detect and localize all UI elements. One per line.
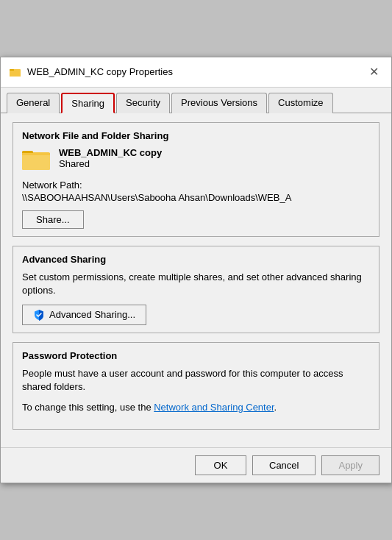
folder-large-icon <box>22 147 51 172</box>
network-sharing-section: Network File and Folder Sharing WEB_ADMI… <box>13 122 379 237</box>
advanced-sharing-section: Advanced Sharing Set custom permissions,… <box>13 246 379 333</box>
dialog-footer: OK Cancel Apply <box>1 447 391 483</box>
advanced-sharing-desc: Set custom permissions, create multiple … <box>22 271 370 297</box>
tab-bar: General Sharing Security Previous Versio… <box>1 88 391 113</box>
svg-rect-4 <box>22 153 50 170</box>
tab-previous-versions[interactable]: Previous Versions <box>171 93 267 113</box>
cancel-button[interactable]: Cancel <box>252 455 316 475</box>
tab-customize[interactable]: Customize <box>268 93 332 113</box>
apply-button[interactable]: Apply <box>321 455 379 475</box>
folder-title-icon <box>10 66 21 78</box>
tab-content: Network File and Folder Sharing WEB_ADMI… <box>1 113 391 448</box>
dialog-title: WEB_ADMIN_KC copy Properties <box>27 66 173 77</box>
folder-name: WEB_ADMIN_KC copy <box>59 147 162 158</box>
title-bar-left: WEB_ADMIN_KC copy Properties <box>10 66 173 78</box>
tab-general[interactable]: General <box>7 93 60 113</box>
advanced-sharing-button[interactable]: Advanced Sharing... <box>22 305 146 325</box>
password-link-line: To change this setting, use the Network … <box>22 401 370 414</box>
folder-details: WEB_ADMIN_KC copy Shared <box>59 147 162 169</box>
share-button[interactable]: Share... <box>22 210 84 229</box>
link-prefix: To change this setting, use the <box>22 402 154 413</box>
network-sharing-title: Network File and Folder Sharing <box>22 130 370 141</box>
title-bar: WEB_ADMIN_KC copy Properties ✕ <box>1 57 391 88</box>
password-protection-title: Password Protection <box>22 350 370 361</box>
properties-dialog: WEB_ADMIN_KC copy Properties ✕ General S… <box>0 57 392 484</box>
ok-button[interactable]: OK <box>195 455 246 475</box>
network-path-label: Network Path: <box>22 180 370 191</box>
svg-rect-1 <box>10 69 14 71</box>
password-desc: People must have a user account and pass… <box>22 367 370 394</box>
svg-rect-5 <box>22 153 50 155</box>
tab-security[interactable]: Security <box>116 93 170 113</box>
link-suffix: . <box>274 402 277 413</box>
network-path-value: \\SABOOHAAHSAN\Users\Sabooha Ahsan\Downl… <box>22 192 370 203</box>
folder-info: WEB_ADMIN_KC copy Shared <box>22 147 370 172</box>
advanced-sharing-title: Advanced Sharing <box>22 254 370 265</box>
network-sharing-center-link[interactable]: Network and Sharing Center <box>154 402 274 413</box>
close-button[interactable]: ✕ <box>365 63 382 81</box>
tab-sharing[interactable]: Sharing <box>61 93 115 113</box>
advanced-sharing-btn-label: Advanced Sharing... <box>49 309 135 320</box>
folder-status: Shared <box>59 158 162 169</box>
shield-icon <box>33 309 45 321</box>
password-protection-section: Password Protection People must have a u… <box>13 342 379 430</box>
